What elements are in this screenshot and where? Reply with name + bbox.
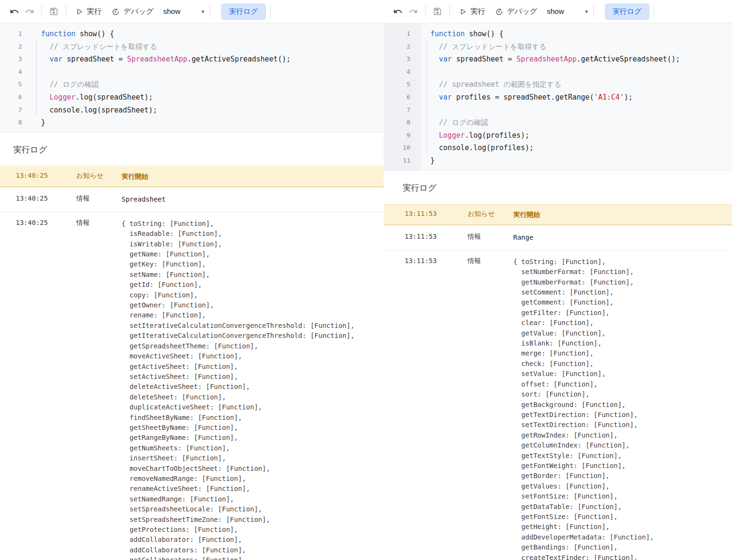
code-token: SpreadsheetApp	[127, 55, 187, 63]
function-dropdown-value: show	[163, 7, 180, 16]
log-timestamp: 13:11:53	[405, 257, 468, 265]
run-button[interactable]: 実行	[454, 4, 490, 20]
code-token: .getActiveSpreadsheet();	[577, 55, 680, 63]
code-line: 1function show() {	[384, 28, 732, 41]
log-row: 13:11:53お知らせ実行開始	[384, 204, 732, 225]
line-number: 3	[384, 53, 410, 66]
execution-log-panel: 実行ログ 13:11:53お知らせ実行開始13:11:53情報Range13:1…	[384, 170, 732, 560]
debug-button[interactable]: デバッグ	[106, 4, 158, 20]
code-token: Logger	[439, 131, 465, 140]
code-line: 5 // ログの確認	[0, 78, 384, 91]
code-token: .log(profiles);	[465, 131, 529, 140]
log-row: 13:40:25情報Spreadsheet	[0, 187, 384, 212]
execution-log-button[interactable]: 実行ログ	[605, 3, 650, 20]
code-line: 6 var profiles = spreadSheet.getRange('A…	[384, 91, 732, 104]
line-number: 2	[0, 41, 22, 53]
toolbar-divider	[593, 5, 594, 18]
log-timestamp: 13:40:25	[16, 172, 76, 179]
log-timestamp: 13:40:25	[16, 194, 76, 202]
log-rows[interactable]: 13:40:25お知らせ実行開始13:40:25情報Spreadsheet13:…	[0, 166, 384, 560]
toolbar-divider	[270, 5, 271, 18]
line-number: 5	[384, 78, 410, 91]
code-text: var profiles = spreadSheet.getRange('A1:…	[430, 91, 632, 104]
code-token: Logger	[50, 93, 75, 102]
undo-icon[interactable]	[7, 4, 22, 19]
code-line: 10 console.log(profiles);	[384, 142, 732, 154]
play-icon	[75, 8, 83, 16]
line-number: 8	[0, 116, 22, 129]
code-line: 7 console.log(spreadSheet);	[0, 104, 384, 117]
code-text: }	[430, 154, 435, 167]
run-button[interactable]: 実行	[71, 4, 106, 20]
code-token: }	[430, 156, 435, 165]
log-timestamp: 13:11:53	[405, 233, 468, 240]
code-text: var spreadSheet = SpreadsheetApp.getActi…	[41, 53, 291, 66]
code-line: 8}	[0, 116, 384, 129]
script-editor-panel: 実行 デバッグ show ▼ 実行ログ	[0, 0, 384, 560]
function-dropdown[interactable]: show ▼	[547, 7, 589, 16]
code-token: profiles = spreadSheet.getRange(	[452, 93, 594, 102]
toolbar-divider	[41, 5, 42, 18]
save-icon[interactable]	[430, 4, 445, 19]
code-line: 9 Logger.log(profiles);	[384, 129, 732, 142]
code-editor[interactable]: 1function show() {2 // スプレッドシートを取得する3 va…	[0, 23, 384, 132]
function-dropdown-value: show	[547, 7, 564, 16]
code-token: spreadSheet =	[62, 55, 127, 63]
log-level: 情報	[76, 219, 122, 227]
debug-icon	[495, 7, 504, 16]
line-number: 3	[0, 53, 22, 66]
code-line: 1function show() {	[0, 28, 384, 41]
line-number: 8	[384, 116, 410, 129]
line-number: 5	[0, 78, 22, 91]
code-line: 2 // スプレッドシートを取得する	[384, 41, 732, 53]
log-row: 13:11:53情報Range	[384, 225, 732, 250]
undo-icon[interactable]	[390, 4, 406, 19]
log-message: { toString: [Function], isReadable: [Fun…	[122, 219, 355, 560]
log-level: 情報	[468, 233, 513, 241]
indent-guide	[427, 41, 427, 154]
code-text: // ログの確認	[41, 78, 99, 91]
code-token: 'A1:C4'	[594, 93, 624, 102]
code-text: console.log(profiles);	[430, 142, 534, 154]
code-token: var	[439, 55, 452, 63]
save-icon[interactable]	[46, 4, 61, 19]
debug-button[interactable]: デバッグ	[490, 4, 542, 20]
line-number: 6	[384, 91, 410, 104]
code-token: var	[50, 55, 62, 63]
code-text: // spreadsheet の範囲を指定する	[430, 78, 561, 91]
log-row: 13:40:25お知らせ実行開始	[0, 166, 384, 187]
code-text: function show() {	[430, 28, 504, 41]
code-token: function	[430, 30, 465, 38]
log-rows[interactable]: 13:11:53お知らせ実行開始13:11:53情報Range13:11:53情…	[384, 204, 732, 560]
execution-log-button[interactable]: 実行ログ	[221, 3, 266, 20]
code-token: );	[624, 93, 632, 102]
toolbar-divider	[210, 5, 210, 18]
log-message: Spreadsheet	[122, 194, 166, 204]
line-number: 4	[0, 66, 22, 79]
code-token: show() {	[75, 30, 114, 38]
script-editor-panel: 実行 デバッグ show ▼ 実行ログ	[384, 0, 732, 560]
code-line: 2 // スプレッドシートを取得する	[0, 41, 384, 53]
debug-button-label: デバッグ	[507, 7, 537, 17]
redo-icon[interactable]	[406, 4, 421, 19]
execution-log-title: 実行ログ	[0, 132, 384, 166]
code-token	[41, 55, 50, 63]
line-number: 1	[0, 28, 22, 41]
code-text: Logger.log(spreadSheet);	[41, 91, 153, 104]
line-number: 2	[384, 41, 410, 53]
chevron-down-icon: ▼	[584, 9, 589, 14]
code-line: 4	[0, 66, 384, 79]
redo-icon[interactable]	[22, 4, 37, 19]
log-timestamp: 13:40:25	[16, 219, 76, 226]
code-text: var spreadSheet = SpreadsheetApp.getActi…	[430, 53, 680, 66]
toolbar: 実行 デバッグ show ▼ 実行ログ	[0, 0, 384, 23]
code-token: // スプレッドシートを取得する	[41, 42, 157, 51]
code-line: 8 // ログの確認	[384, 116, 732, 129]
toolbar: 実行 デバッグ show ▼ 実行ログ	[384, 0, 732, 23]
line-number: 10	[384, 142, 410, 154]
code-editor[interactable]: 1function show() {2 // スプレッドシートを取得する3 va…	[384, 23, 732, 170]
code-token: // ログの確認	[430, 118, 488, 127]
function-dropdown[interactable]: show ▼	[163, 7, 205, 16]
run-button-label: 実行	[87, 7, 102, 17]
code-token: spreadSheet =	[452, 55, 516, 63]
